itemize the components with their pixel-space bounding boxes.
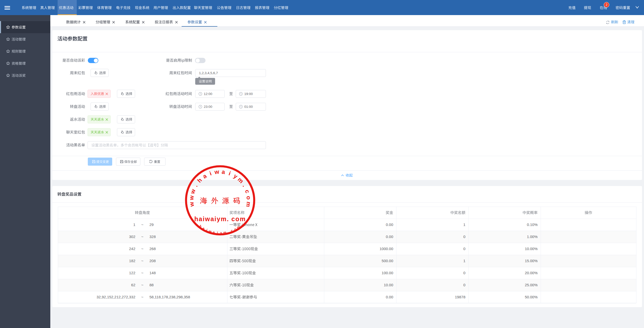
svg-text:m: m [236,176,245,184]
svg-text:c: c [244,189,251,194]
svg-text:w: w [214,168,220,175]
svg-text:m: m [223,230,226,235]
svg-text:a: a [202,172,208,180]
svg-text:.: . [192,183,199,188]
svg-text:w: w [188,201,195,207]
svg-text:y: y [232,173,239,180]
svg-text:o: o [245,196,252,200]
svg-text:.: . [242,183,248,188]
svg-text:i: i [209,170,212,177]
svg-text:m: m [245,201,252,207]
svg-text:y: y [220,231,222,235]
svg-text:w: w [189,188,197,195]
svg-text:w: w [188,195,195,201]
svg-text:a: a [221,168,226,175]
svg-text:i: i [228,170,232,177]
svg-text:haiwaiym. com: haiwaiym. com [194,215,246,222]
svg-text:h: h [196,177,203,184]
